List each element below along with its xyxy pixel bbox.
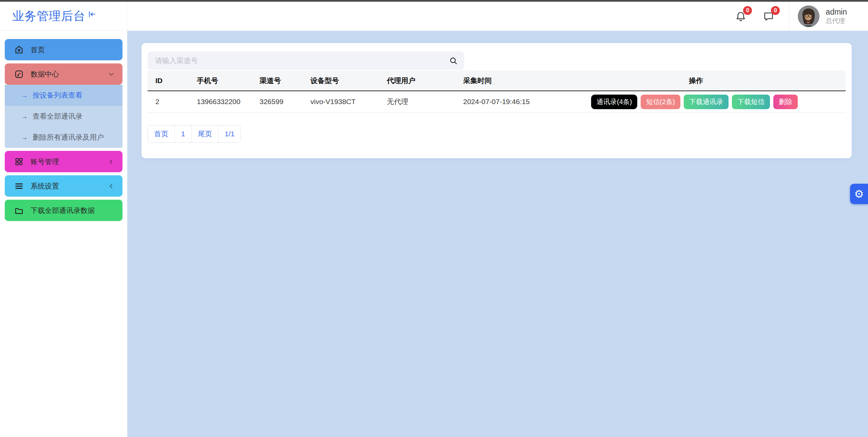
pagination-page-1[interactable]: 1 bbox=[174, 125, 191, 142]
sidebar-item-settings[interactable]: 系统设置 bbox=[5, 175, 122, 197]
pagination-last-button[interactable]: 尾页 bbox=[191, 125, 218, 142]
submenu-item-all-contacts[interactable]: → 查看全部通讯录 bbox=[5, 106, 122, 127]
device-list-card: ID 手机号 渠道号 设备型号 代理用户 采集时间 操作 2 bbox=[141, 43, 852, 158]
notification-badge: 0 bbox=[743, 6, 752, 15]
chevron-down-icon bbox=[108, 71, 115, 78]
cell-actions: 通讯录(4条) 短信(2条) 下载通讯录 下载短信 删除 bbox=[681, 91, 846, 113]
app-title: 业务管理后台 bbox=[12, 8, 86, 24]
header-divider bbox=[789, 2, 789, 31]
col-header-phone: 手机号 bbox=[189, 71, 252, 91]
logo-area: 业务管理后台 bbox=[0, 2, 127, 31]
col-header-id: ID bbox=[148, 71, 189, 91]
menu-lines-icon bbox=[14, 181, 24, 191]
submenu-item-device-list[interactable]: → 按设备列表查看 bbox=[5, 85, 122, 106]
search-button[interactable] bbox=[449, 56, 458, 65]
device-table: ID 手机号 渠道号 设备型号 代理用户 采集时间 操作 2 bbox=[148, 71, 846, 113]
settings-fab-button[interactable]: ⚙ bbox=[850, 184, 868, 204]
avatar[interactable] bbox=[798, 5, 819, 27]
main-content: ID 手机号 渠道号 设备型号 代理用户 采集时间 操作 2 bbox=[127, 31, 868, 437]
download-sms-button[interactable]: 下载短信 bbox=[732, 95, 770, 109]
sidebar-item-label: 下载全部通讯录数据 bbox=[31, 206, 115, 215]
sidebar-item-download-all[interactable]: 下载全部通讯录数据 bbox=[5, 200, 122, 221]
search-icon bbox=[449, 56, 458, 65]
col-header-time: 采集时间 bbox=[455, 71, 681, 91]
messages-badge: 0 bbox=[771, 6, 780, 15]
cell-device: vivo-V1938CT bbox=[303, 91, 379, 113]
channel-search-input[interactable] bbox=[155, 57, 449, 65]
home-icon bbox=[14, 45, 24, 55]
col-header-actions: 操作 bbox=[681, 71, 846, 91]
submenu-item-delete-all[interactable]: → 删除所有通讯录及用户 bbox=[5, 127, 122, 148]
sidebar-collapse-icon[interactable] bbox=[88, 10, 96, 19]
user-role: 总代理 bbox=[826, 17, 847, 25]
submenu-item-label: 删除所有通讯录及用户 bbox=[33, 133, 104, 142]
sidebar-item-accounts[interactable]: 账号管理 bbox=[5, 151, 122, 172]
arrow-right-icon: → bbox=[21, 113, 28, 120]
delete-button[interactable]: 删除 bbox=[773, 95, 798, 109]
sidebar-item-home[interactable]: 首页 bbox=[5, 39, 122, 60]
arrow-right-icon: → bbox=[21, 92, 28, 99]
sidebar-item-label: 数据中心 bbox=[31, 69, 108, 79]
pagination: 首页 1 尾页 1/1 bbox=[148, 125, 241, 143]
arrow-right-icon: → bbox=[21, 134, 28, 141]
sidebar: 业务管理后台 首页 bbox=[0, 2, 127, 437]
gear-icon: ⚙ bbox=[854, 188, 864, 199]
col-header-device: 设备型号 bbox=[303, 71, 379, 91]
contacts-count-button[interactable]: 通讯录(4条) bbox=[591, 95, 637, 109]
messages-button[interactable]: 0 bbox=[763, 10, 774, 22]
download-contacts-button[interactable]: 下载通讯录 bbox=[684, 95, 729, 109]
sidebar-item-label: 首页 bbox=[31, 45, 115, 55]
sms-count-button[interactable]: 短信(2条) bbox=[641, 95, 680, 109]
table-header-row: ID 手机号 渠道号 设备型号 代理用户 采集时间 操作 bbox=[148, 71, 846, 91]
sidebar-menu: 首页 数据中心 bbox=[0, 31, 127, 221]
notification-bell-button[interactable]: 0 bbox=[735, 10, 747, 22]
pagination-indicator: 1/1 bbox=[218, 125, 241, 142]
folder-icon bbox=[14, 206, 24, 215]
top-header: 0 0 bbox=[127, 2, 868, 31]
chevron-left-icon bbox=[108, 182, 115, 190]
sidebar-item-label: 系统设置 bbox=[31, 181, 108, 191]
cell-id: 2 bbox=[148, 91, 189, 113]
col-header-channel: 渠道号 bbox=[252, 71, 303, 91]
edit-icon bbox=[14, 69, 24, 79]
table-row: 2 13966332200 326599 vivo-V1938CT 无代理 20… bbox=[148, 91, 846, 113]
col-header-agent: 代理用户 bbox=[379, 71, 455, 91]
cell-channel: 326599 bbox=[252, 91, 303, 113]
search-box bbox=[148, 52, 464, 70]
grid-icon bbox=[14, 157, 24, 166]
submenu-item-label: 查看全部通讯录 bbox=[33, 112, 82, 121]
data-center-submenu: → 按设备列表查看 → 查看全部通讯录 → 删除所有通讯录及用户 bbox=[5, 85, 122, 148]
sidebar-item-data-center[interactable]: 数据中心 bbox=[5, 63, 122, 85]
cell-phone: 13966332200 bbox=[189, 91, 252, 113]
chevron-left-icon bbox=[108, 158, 115, 165]
pagination-first-button[interactable]: 首页 bbox=[148, 125, 174, 142]
user-meta: admin 总代理 bbox=[826, 7, 847, 25]
page-root: 业务管理后台 首页 bbox=[0, 0, 868, 437]
cell-agent: 无代理 bbox=[379, 91, 455, 113]
sidebar-item-label: 账号管理 bbox=[31, 157, 108, 166]
submenu-item-label: 按设备列表查看 bbox=[33, 91, 82, 100]
user-name: admin bbox=[826, 7, 847, 17]
